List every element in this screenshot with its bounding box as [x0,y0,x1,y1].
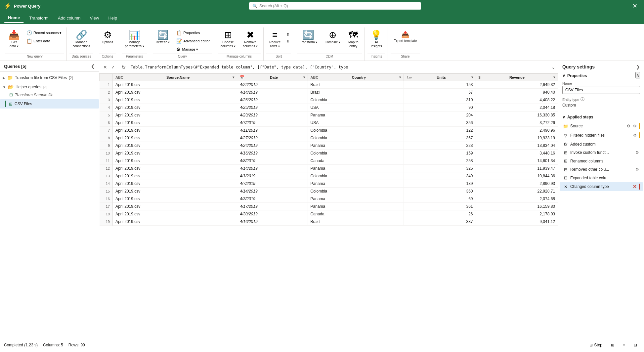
properties-section-header[interactable]: ∨ Properties [558,71,644,80]
country-dropdown-icon[interactable]: ▾ [399,75,401,79]
recent-sources-button[interactable]: 🕐 Recent sources ▾ [24,29,64,37]
step-nav-icon[interactable]: ⚙ [632,123,638,129]
column-view-button[interactable]: ⊞ [608,341,617,349]
date-dropdown-icon[interactable]: ▾ [303,75,305,79]
col-header-date[interactable]: 📅 Date ▾ [237,74,308,81]
map-to-entity-button[interactable]: 🗺 Map toentity [345,29,362,50]
table-row[interactable]: 19 April 2019.csv 4/16/2019 Brazil 387 9… [100,218,558,226]
applied-step-item[interactable]: ⊟ Removed other colu... ⚙ [560,165,643,174]
get-data-button[interactable]: 📥 Getdata ▾ [5,29,23,50]
sort-desc-button[interactable]: ⬇ [285,38,291,45]
col-header-country[interactable]: ABC Country ▾ [308,74,404,81]
cell-country: Colombia [308,134,404,142]
applied-steps-chevron-icon: ∨ [562,115,565,119]
table-row[interactable]: 2 April 2019.csv 4/14/2019 Brazil 57 940… [100,89,558,96]
row-number: 17 [100,203,113,210]
table-row[interactable]: 1 April 2019.csv 4/22/2019 Brazil 153 2,… [100,81,558,89]
table-row[interactable]: 8 April 2019.csv 4/27/2019 Colombia 367 … [100,134,558,142]
transform-button[interactable]: 🔄 Transform ▾ [297,29,320,46]
table-row[interactable]: 3 April 2019.csv 4/26/2019 Colombia 310 … [100,96,558,104]
refresh-button[interactable]: 🔄 Refresh ▾ [153,29,173,46]
combine-button[interactable]: ⊕ Combine ▾ [322,29,343,46]
cell-country: Panama [308,195,404,203]
close-button[interactable]: ✕ [630,1,640,11]
export-template-button[interactable]: 📤 Export template [391,29,420,44]
applied-step-item[interactable]: ⊞ Renamed columns [560,157,643,165]
query-item-csv-files[interactable]: ⊞ CSV Files [0,99,99,109]
enter-data-button[interactable]: 📋 Enter data [24,37,64,45]
table-row[interactable]: 9 April 2019.csv 4/24/2019 Panama 223 13… [100,142,558,150]
applied-step-item[interactable]: ▽ Filtered hidden files ⚙ [560,131,643,140]
step-type-icon: ⊞ [562,150,569,155]
query-item-transform-sample[interactable]: ⊞ Transform Sample file [7,91,99,99]
revenue-dropdown-icon[interactable]: ▾ [553,75,555,79]
applied-step-item[interactable]: ⊞ Invoke custom funct... ⚙ [560,148,643,157]
search-input[interactable] [259,4,418,8]
advanced-editor-button[interactable]: 📝 Advanced editor [174,37,212,45]
menu-item-transform[interactable]: Transform [25,14,53,22]
menu-item-help[interactable]: Help [104,14,121,22]
ai-insights-button[interactable]: 💡 AIinsights [367,29,385,50]
grid-view-button[interactable]: ⊟ [631,341,640,349]
table-row[interactable]: 13 April 2019.csv 4/1/2019 Colombia 349 … [100,172,558,180]
manage-parameters-button[interactable]: 📊 Manageparameters ▾ [122,29,147,50]
table-container[interactable]: ABC Source.Name ▾ 📅 Date ▾ [99,73,558,339]
applied-step-item[interactable]: 📁 Source ⚙⚙ [560,121,643,131]
col-header-revenue[interactable]: $ Revenue ▾ [476,74,558,81]
menu-item-add-column[interactable]: Add column [54,14,85,22]
row-number: 13 [100,172,113,180]
step-settings-icon[interactable]: ⚙ [634,150,640,155]
right-panel-expand-button[interactable]: ❯ [636,64,640,69]
step-settings-icon[interactable]: ⚙ [626,123,631,129]
reduce-rows-button[interactable]: ≡ Reducerows ▾ [266,29,283,50]
properties-button[interactable]: 📋 Properties [174,29,212,37]
formula-check-icon[interactable]: ✓ [110,64,116,70]
col-header-units[interactable]: 1₂₃ Units ▾ [404,74,476,81]
col-header-source-name[interactable]: ABC Source.Name ▾ [113,74,237,81]
table-row[interactable]: 15 April 2019.csv 4/14/2019 Colombia 360… [100,188,558,195]
table-row[interactable]: 11 April 2019.csv 4/8/2019 Canada 258 14… [100,157,558,165]
step-nav-icon[interactable]: ⚙ [632,133,638,138]
name-prop-input[interactable] [562,86,640,94]
sort-asc-button[interactable]: ⬆ [285,31,291,38]
applied-step-item[interactable]: ⊟ Expanded table colu... [560,174,643,182]
table-row[interactable]: 17 April 2019.csv 4/17/2019 Panama 361 1… [100,203,558,210]
manage-button[interactable]: ⚙ Manage ▾ [174,45,212,53]
ribbon-group-manage-columns-content: ⊞ Choosecolumns ▾ ✖ Removecolumns ▾ [218,29,261,54]
table-row[interactable]: 5 April 2019.csv 4/23/2019 Panama 204 16… [100,111,558,119]
cell-country: Panama [308,180,404,188]
menu-item-view[interactable]: View [86,14,103,22]
formula-delete-icon[interactable]: ✕ [102,64,108,70]
source-name-dropdown-icon[interactable]: ▾ [233,75,234,79]
formula-expand-icon[interactable]: ⌄ [551,65,555,70]
units-dropdown-icon[interactable]: ▾ [471,75,473,79]
table-row[interactable]: 18 April 2019.csv 4/30/2019 Canada 26 2,… [100,210,558,218]
table-row[interactable]: 16 April 2019.csv 4/3/2019 Panama 69 2,0… [100,195,558,203]
applied-step-item[interactable]: fx Added custom [560,140,643,148]
row-view-button[interactable]: ≡ [620,341,628,349]
formula-input[interactable]: Table.TransformColumnTypes(#"Expanded ta… [131,65,549,69]
manage-connections-button[interactable]: 🔗 Manageconnections [69,29,93,50]
choose-columns-button[interactable]: ⊞ Choosecolumns ▾ [218,29,238,50]
remove-columns-button[interactable]: ✖ Removecolumns ▾ [240,29,261,50]
queries-collapse-button[interactable]: ❮ [91,64,95,69]
step-settings-icon[interactable]: ⚙ [634,167,640,172]
query-group-transform-file-header[interactable]: ▶ 📁 Transform file from CSV Files [2] [0,74,99,82]
options-button[interactable]: ⚙ Options [99,29,116,46]
table-row[interactable]: 7 April 2019.csv 4/11/2019 Colombia 122 … [100,127,558,134]
query-group-helper-header[interactable]: ▼ 📂 Helper queries [3] [0,83,99,91]
step-delete-icon[interactable]: ✕ [632,184,638,190]
table-row[interactable]: 6 April 2019.csv 4/7/2019 USA 356 3,772.… [100,119,558,127]
menu-item-home[interactable]: Home [4,13,24,23]
applied-step-item[interactable]: ✕ Changed column type ✕ [560,182,643,191]
step-button[interactable]: ⊞ Step [586,341,605,349]
ribbon-collapse-button[interactable]: ∧ [635,72,640,78]
table-row[interactable]: 10 April 2019.csv 4/16/2019 Colombia 159… [100,150,558,157]
applied-steps-section-header[interactable]: ∨ Applied steps [558,113,644,121]
entity-type-info-icon[interactable]: ⓘ [580,97,584,102]
table-row[interactable]: 12 April 2019.csv 4/14/2019 Panama 325 1… [100,165,558,172]
search-box[interactable]: 🔍 [249,2,421,10]
cell-revenue: 11,939.47 [476,165,558,172]
table-row[interactable]: 14 April 2019.csv 4/7/2019 Panama 139 2,… [100,180,558,188]
table-row[interactable]: 4 April 2019.csv 4/25/2019 USA 90 2,044.… [100,104,558,111]
